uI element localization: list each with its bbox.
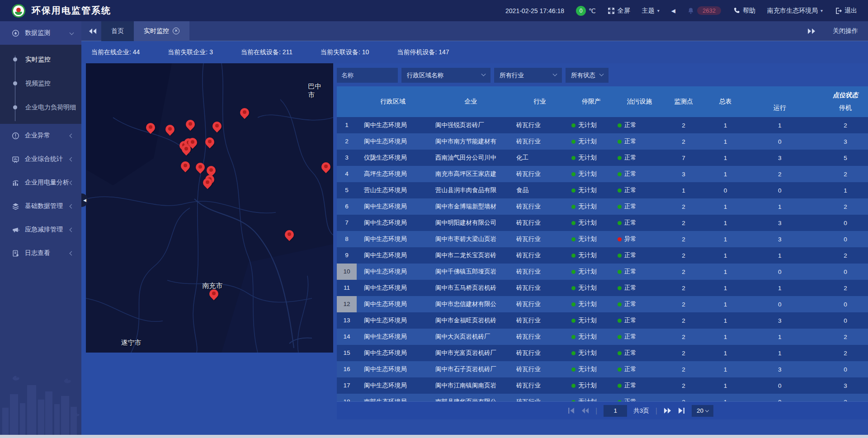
table-row-15[interactable]: 15阆中生态环境局阆中市光富页岩机砖厂砖瓦行业无计划正常21120 — [337, 345, 868, 361]
status-dot-icon — [571, 140, 576, 144]
column-header-facility: 治污设施 — [616, 86, 663, 117]
table-row-18[interactable]: 18南部生态环境局南部县建华页岩有限公砖瓦行业无计划正常21030 — [337, 394, 868, 401]
table-row-14[interactable]: 14阆中生态环境局阆中大兴页岩机砖厂砖瓦行业无计划正常21120 — [337, 329, 868, 345]
cell-running: 3 — [747, 236, 812, 243]
bottom-strip — [0, 435, 868, 438]
cell-total-meters: 1 — [704, 268, 747, 275]
map-pin-icon[interactable] — [285, 230, 294, 239]
cell-index: 12 — [337, 296, 357, 312]
cell-region: 阆中生态环境局 — [357, 349, 429, 357]
cell-region: 阆中生态环境局 — [357, 365, 429, 373]
cell-monitor-points: 2 — [663, 252, 704, 259]
cell-stopped: 0 — [812, 301, 868, 308]
cell-index: 4 — [337, 166, 357, 182]
cell-limit-production: 无计划 — [567, 219, 616, 227]
map-pin-icon[interactable] — [205, 137, 214, 146]
temperature-badge: 0 — [576, 6, 586, 16]
fullscreen-button[interactable]: 全屏 — [608, 7, 630, 15]
theme-menu[interactable]: 主题 ▾ — [642, 7, 660, 15]
table-row-6[interactable]: 6阆中生态环境局阆中市金博瑞新型墙材砖瓦行业无计划正常21120 — [337, 198, 868, 215]
map-pin-icon[interactable] — [207, 166, 216, 175]
status-select[interactable]: 所有状态 — [566, 68, 609, 83]
tab-close-icon[interactable]: ✕ — [173, 28, 179, 34]
map-pin-icon[interactable] — [182, 145, 191, 154]
cell-monitor-points: 2 — [663, 301, 704, 308]
map-panel[interactable]: 巴中市南充市遂宁市 — [86, 63, 333, 353]
help-button[interactable]: 帮助 — [733, 7, 755, 15]
map-pin-icon[interactable] — [203, 178, 212, 187]
tab-realtime-monitor[interactable]: 实时监控 ✕ — [134, 21, 189, 41]
map-pin-icon[interactable] — [165, 125, 175, 134]
map-pin-icon[interactable] — [196, 163, 205, 172]
region-select[interactable]: 行政区域名称 — [401, 68, 491, 83]
org-menu[interactable]: 南充市生态环境局 ▾ — [767, 7, 823, 15]
close-operations-button[interactable]: 关闭操作 — [833, 27, 858, 35]
sidebar-group-企业异常[interactable]: 企业异常 — [0, 124, 81, 147]
phone-icon — [733, 7, 740, 14]
sidebar-group-企业综合统计[interactable]: 企业综合统计 — [0, 147, 81, 171]
logout-button[interactable]: 退出 — [835, 7, 857, 15]
cell-pollution-facility: 异常 — [616, 235, 663, 243]
sidebar-item-视频监控[interactable]: 视频监控 — [0, 71, 81, 95]
status-dot-icon — [618, 319, 622, 323]
table-row-17[interactable]: 17阆中生态环境局阆中市江南镇阆南页岩砖瓦行业无计划正常21030 — [337, 377, 868, 394]
table-row-11[interactable]: 11阆中生态环境局阆中市五马桥页岩机砖砖瓦行业无计划正常21120 — [337, 280, 868, 296]
table-row-16[interactable]: 16阆中生态环境局阆中市石子页岩机砖厂砖瓦行业无计划正常21300 — [337, 361, 868, 377]
sidebar-group-企业用电量分析[interactable]: 企业用电量分析 — [0, 171, 81, 194]
page-size-select[interactable]: 20 — [692, 405, 713, 417]
notification-area[interactable]: 2632 — [687, 6, 721, 15]
status-dot-icon — [571, 319, 576, 323]
sidebar-group-应急减排管理[interactable]: 应急减排管理 — [0, 218, 81, 241]
cell-index: 5 — [337, 182, 357, 198]
name-search-input[interactable] — [337, 68, 398, 83]
table-row-5[interactable]: 5营山生态环境局营山县润丰肉食品有限食品无计划正常10010 — [337, 182, 868, 198]
speaker-icon: ◀ — [671, 8, 675, 14]
cell-monitor-points: 1 — [663, 187, 704, 194]
sidebar-group-数据监测[interactable]: 数据监测 — [0, 21, 81, 45]
industry-select[interactable]: 所有行业 — [494, 68, 562, 83]
table-row-12[interactable]: 12阆中生态环境局阆中市忠信建材有限公砖瓦行业无计划正常21003 — [337, 296, 868, 312]
previous-page-button[interactable] — [581, 407, 589, 414]
table-row-10[interactable]: 10阆中生态环境局阆中千佛镇五郎垭页岩砖瓦行业无计划正常21003 — [337, 264, 868, 280]
map-pin-icon[interactable] — [186, 120, 195, 129]
tab-home[interactable]: 首页 — [101, 21, 134, 41]
column-header-points: 监测点 — [663, 86, 704, 117]
cell-industry: 砖瓦行业 — [513, 235, 567, 243]
speaker-button[interactable]: ◀ — [671, 8, 675, 14]
first-page-button[interactable] — [567, 407, 575, 414]
table-row-9[interactable]: 9阆中生态环境局阆中市二龙长宝页岩砖砖瓦行业无计划正常21120 — [337, 247, 868, 264]
map-pin-icon[interactable] — [212, 122, 222, 131]
map-pin-icon[interactable] — [240, 108, 249, 117]
page-number-input[interactable] — [604, 405, 627, 417]
table-row-7[interactable]: 7阆中生态环境局阆中明阳建材有限公司砖瓦行业无计划正常21300 — [337, 215, 868, 231]
map-pin-icon[interactable] — [181, 161, 190, 170]
map-pin-icon[interactable] — [209, 289, 218, 298]
megaphone-icon — [12, 226, 19, 234]
sidebar-group-日志查看[interactable]: 日志查看 — [0, 241, 81, 265]
table-row-3[interactable]: 3仪陇生态环境局西南油气田分公司川中化工无计划正常71350 — [337, 150, 868, 166]
sidebar-group-基础数据管理[interactable]: 基础数据管理 — [0, 194, 81, 218]
table-row-13[interactable]: 13阆中生态环境局阆中市金福旺页岩机砖砖瓦行业无计划正常21300 — [337, 312, 868, 329]
table-row-2[interactable]: 2阆中生态环境局阆中市南方节能建材有砖瓦行业无计划正常21030 — [337, 133, 868, 150]
notification-count-badge: 2632 — [697, 6, 721, 15]
sidebar-group-label: 企业异常 — [25, 132, 50, 140]
map-pin-icon[interactable] — [321, 162, 330, 171]
cell-running: 3 — [747, 366, 812, 373]
cell-limit-production: 无计划 — [567, 251, 616, 259]
sidebar-item-实时监控[interactable]: 实时监控 — [0, 47, 81, 71]
cell-stopped: 0 — [812, 268, 868, 275]
tabs-scroll-right-button[interactable] — [807, 28, 816, 34]
table-row-8[interactable]: 8阆中生态环境局阆中市枣碧大梁山页岩砖瓦行业无计划异常21300 — [337, 231, 868, 247]
next-page-button[interactable] — [664, 407, 671, 414]
map-pin-icon[interactable] — [146, 123, 155, 132]
sidebar-item-企业电力负荷明细[interactable]: 企业电力负荷明细 — [0, 95, 81, 119]
last-page-button[interactable] — [678, 407, 685, 414]
table-row-1[interactable]: 1阆中生态环境局阆中强锐页岩砖厂砖瓦行业无计划正常21120 — [337, 117, 868, 133]
map-city-label-南充市: 南充市 — [203, 282, 223, 290]
cell-region: 阆中生态环境局 — [357, 235, 429, 243]
cell-pollution-facility: 正常 — [616, 203, 663, 211]
tabs-scroll-left-button[interactable] — [89, 28, 97, 34]
status-dot-icon — [618, 221, 622, 225]
cell-company: 南充市高坪区王家店建 — [429, 170, 513, 178]
table-row-4[interactable]: 4高坪生态环境局南充市高坪区王家店建砖瓦行业无计划正常31220 — [337, 166, 868, 182]
